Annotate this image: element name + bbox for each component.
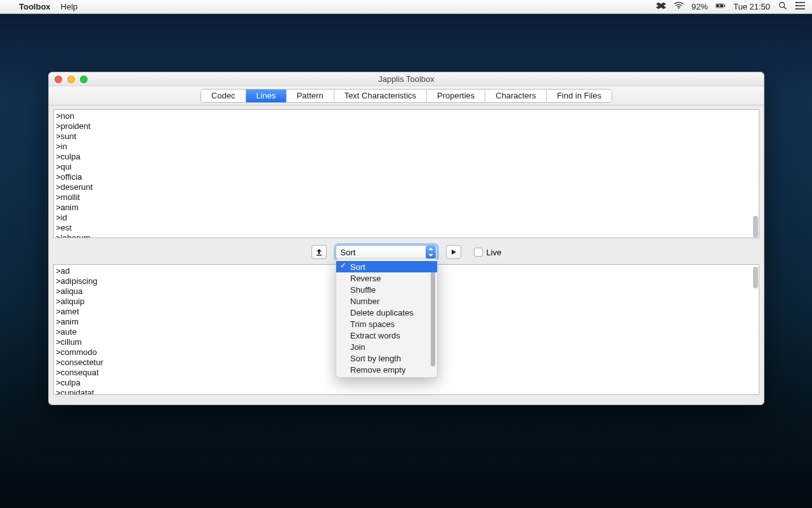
tab-codec[interactable]: Codec [201,90,246,102]
svg-point-10 [796,5,797,7]
notification-center-icon[interactable] [796,1,806,12]
battery-percent: 92% [691,2,708,11]
operation-option-delete-duplicates[interactable]: Delete duplicates [336,307,437,318]
window-titlebar[interactable]: Japplis Toolbox [49,72,764,86]
operation-option-shuffle[interactable]: Shuffle [336,284,437,295]
svg-point-0 [678,8,679,9]
close-button[interactable] [55,76,62,83]
operation-option-extract-words[interactable]: Extract words [336,330,437,341]
operation-option-sort[interactable]: Sort [336,261,437,272]
svg-point-9 [796,2,797,4]
toolbar: CodecLinesPatternText CharacteristicsPro… [49,86,764,105]
svg-point-4 [780,3,785,8]
operation-dropdown: SortReverseShuffleNumberDelete duplicate… [336,258,438,378]
spotlight-icon[interactable] [778,1,788,12]
checkbox-box-icon[interactable] [474,248,483,257]
svg-line-5 [784,7,787,10]
operation-option-reverse[interactable]: Reverse [336,272,437,284]
tab-properties[interactable]: Properties [427,90,485,102]
menubar-left: Toolbox Help [9,2,77,11]
menubar-help[interactable]: Help [61,2,78,11]
operation-option-number[interactable]: Number [336,295,437,307]
tab-find-in-files[interactable]: Find in Files [547,90,612,102]
scrollbar-thumb[interactable] [753,267,758,288]
input-textarea[interactable] [53,109,759,238]
svg-rect-2 [724,5,725,7]
operation-selected-value: Sort [336,248,426,257]
macos-menubar: Toolbox Help 92% Tue 21:50 [0,0,812,14]
menubar-app-name[interactable]: Toolbox [19,2,51,11]
svg-rect-12 [317,255,322,256]
menubar-clock[interactable]: Tue 21:50 [733,2,770,11]
operation-option-trim-spaces[interactable]: Trim spaces [336,318,437,330]
combobox-stepper-icon[interactable] [426,246,436,258]
scrollbar-thumb[interactable] [753,216,758,237]
tab-lines[interactable]: Lines [246,90,287,102]
tab-text-characteristics[interactable]: Text Characteristics [334,90,427,102]
live-checkbox[interactable]: Live [474,248,502,257]
operation-option-remove-empty[interactable]: Remove empty [336,364,437,375]
menubar-right: 92% Tue 21:50 [656,1,806,12]
operation-combobox[interactable]: Sort [336,245,437,259]
minimize-button[interactable] [67,76,75,83]
zoom-button[interactable] [80,76,88,83]
app-window: Japplis Toolbox CodecLinesPatternText Ch… [48,72,764,405]
tab-pattern[interactable]: Pattern [287,90,334,102]
live-label: Live [487,248,502,257]
dropbox-icon[interactable] [656,1,666,12]
tab-bar: CodecLinesPatternText CharacteristicsPro… [200,89,612,103]
wifi-icon[interactable] [674,1,684,12]
operation-option-join[interactable]: Join [336,341,437,352]
run-button[interactable] [446,245,461,259]
tab-characters[interactable]: Characters [485,90,547,102]
upload-button[interactable] [311,245,327,259]
input-area-wrap [53,109,759,240]
operation-option-sort-by-length[interactable]: Sort by length [336,352,437,364]
traffic-lights [49,76,88,83]
battery-icon[interactable] [716,1,726,12]
window-title: Japplis Toolbox [49,74,764,84]
svg-point-11 [796,8,797,10]
